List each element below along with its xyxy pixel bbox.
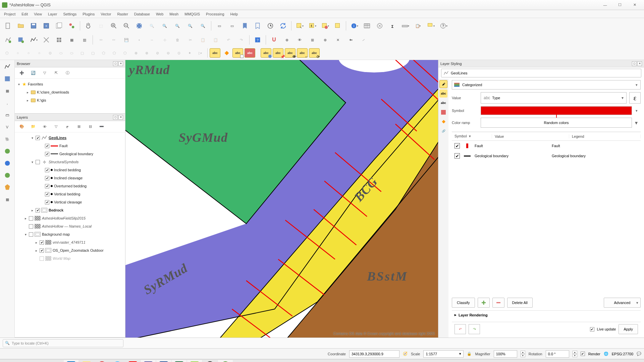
labels-tab[interactable]: abc <box>439 89 447 98</box>
layer-ver-bed[interactable]: ✔ Vertical bedding <box>15 190 124 198</box>
self-snap-icon[interactable]: ✕ <box>332 34 344 46</box>
styling-layer-select[interactable]: GeolLines <box>441 69 641 77</box>
measure-icon[interactable] <box>399 20 411 32</box>
layer-ashes-names[interactable]: AshesHollow — Names_Local <box>15 222 124 230</box>
node-tool-icon[interactable]: ⊹ <box>159 34 171 46</box>
dig-16[interactable]: ⊖ <box>163 48 173 58</box>
coord-field[interactable]: 343139.3,293000.9 <box>349 350 399 358</box>
label-diagram-icon[interactable]: 🔶 <box>222 48 232 58</box>
menu-raster[interactable]: Raster <box>114 11 130 17</box>
browser-refresh-icon[interactable]: 🔄 <box>28 68 38 78</box>
scale-field[interactable]: 1:1577▾ <box>423 350 464 358</box>
save-as-icon[interactable]: + <box>40 20 52 32</box>
dig-6[interactable]: ⬭ <box>56 48 66 58</box>
map-canvas[interactable]: yRMud SyGMud BCG BSstM SyRMud Contains O… <box>125 60 438 338</box>
value-field-select[interactable]: abc Type <box>481 92 627 104</box>
layer-expand-icon[interactable]: ⊞ <box>74 122 84 132</box>
menu-layer[interactable]: Layer <box>45 11 60 17</box>
messages-icon[interactable]: 💬 <box>637 352 641 356</box>
styling-close-button[interactable]: ✕ <box>637 61 642 66</box>
virtual-layer-icon[interactable]: V <box>2 122 13 132</box>
cut-icon[interactable]: ✂ <box>184 34 196 46</box>
copy-icon[interactable]: 📋 <box>197 34 209 46</box>
live-update-check[interactable]: ✔ <box>590 327 594 331</box>
menu-vector[interactable]: Vector <box>98 11 114 17</box>
browser-item-2[interactable]: ▸ K:\gis <box>15 96 124 104</box>
label-btn-7[interactable]: abc↔ <box>297 48 308 58</box>
edge-button[interactable] <box>110 360 125 362</box>
new-mesh-icon[interactable]: ▦ <box>66 34 78 46</box>
qgis-button[interactable] <box>218 360 233 362</box>
browser-filter-icon[interactable]: ▽ <box>40 68 50 78</box>
label-btn-2[interactable]: abc <box>232 48 243 58</box>
expression-button[interactable]: ε <box>629 92 641 104</box>
maximize-button[interactable]: ☐ <box>612 0 627 10</box>
layer-visibility-icon[interactable]: 👁 <box>40 122 50 132</box>
opera-button[interactable] <box>95 360 109 362</box>
symbology-tab[interactable]: 🖌 <box>439 80 447 88</box>
menu-settings[interactable]: Settings <box>60 11 79 17</box>
browser-tree[interactable]: ▾★ Favorites ▸ K:\clare_downloads ▸ K:\g… <box>15 79 125 113</box>
style-manager-icon[interactable] <box>66 20 78 32</box>
style-undo-button[interactable]: ↶ <box>454 324 466 334</box>
menu-mmqgis[interactable]: MMQGIS <box>182 11 203 17</box>
dig-2[interactable]: ○ <box>13 48 23 58</box>
col-value[interactable]: Value <box>492 134 569 138</box>
layer-ver-cle[interactable]: ✔ Vertical cleavage <box>15 198 124 206</box>
new-gpkg-icon[interactable] <box>40 34 52 46</box>
layer-bedrock[interactable]: ▸✔ Bedrock <box>15 206 124 214</box>
zoom-selection-icon[interactable]: 🔍 <box>146 20 158 32</box>
undo-icon[interactable]: ↶ <box>222 34 234 46</box>
layer-rendering-toggle[interactable]: ▸Layer Rendering <box>452 310 641 319</box>
selection-tool-icon[interactable] <box>293 20 306 32</box>
teams-button[interactable] <box>141 360 156 362</box>
layer-ovr-bed[interactable]: ✔ Overturned bedding <box>15 182 124 190</box>
new-vrt-icon[interactable]: ▥ <box>78 34 91 46</box>
label-btn-6[interactable]: abc👁 <box>285 48 296 58</box>
diagram-tab[interactable]: 🔶 <box>439 118 447 126</box>
pan-selection-icon[interactable]: ⬚ <box>95 20 107 32</box>
dig-8[interactable]: ▢ <box>77 48 87 58</box>
delete-all-button[interactable]: Delete All <box>507 298 533 308</box>
spatialite-icon[interactable]: 🗃 <box>2 110 13 120</box>
notepadpp-button[interactable] <box>187 360 202 362</box>
db-manager-icon[interactable]: ▦ <box>2 194 13 205</box>
magnifier-field[interactable]: 100% <box>494 350 517 358</box>
sticky-notes-button[interactable] <box>79 360 94 362</box>
zoom-in-icon[interactable] <box>108 20 120 32</box>
delimited-icon[interactable]: , <box>2 98 13 108</box>
paste-icon[interactable]: 📋 <box>210 34 222 46</box>
3d-tab[interactable] <box>439 108 447 116</box>
mesh-layer-icon[interactable]: ▦ <box>2 85 13 96</box>
layer-fault[interactable]: ✔ Fault <box>15 142 124 150</box>
label-btn-3[interactable]: abc <box>245 48 255 58</box>
col-symbol[interactable]: Symbol <box>452 134 492 138</box>
start-button[interactable] <box>2 360 17 362</box>
dig-13[interactable]: ⊕ <box>131 48 141 58</box>
dig-17[interactable]: ⊙ <box>174 48 184 58</box>
layers-float-button[interactable]: ◻ <box>113 115 118 120</box>
redo-icon[interactable]: ↷ <box>235 34 247 46</box>
edit-pencil-icon[interactable]: ✏ <box>95 34 107 46</box>
layer-remove-icon[interactable]: ➖ <box>97 122 107 132</box>
layer-style-icon[interactable]: 🎨 <box>17 122 27 132</box>
browser-item-1[interactable]: ▸ K:\clare_downloads <box>15 88 124 96</box>
vector-layer-icon[interactable] <box>2 61 13 72</box>
snap-intersect-icon[interactable]: ⊞ <box>306 34 318 46</box>
refresh-icon[interactable] <box>277 20 289 32</box>
select-all-icon[interactable] <box>332 20 344 32</box>
layer-vml[interactable]: ▸✔ vml-raster_4749711 <box>15 238 124 246</box>
wfs-icon[interactable] <box>2 170 13 181</box>
add-layer-icon[interactable]: ➕ <box>17 68 27 78</box>
dig-10[interactable]: ⬠ <box>99 48 109 58</box>
menu-processing[interactable]: Processing <box>203 11 227 17</box>
dig-12[interactable]: ⬠ <box>120 48 130 58</box>
zoom-native-icon[interactable]: 🔍 <box>171 20 183 32</box>
move-feature-icon[interactable]: ↔ <box>146 34 158 46</box>
rotation-spinner[interactable]: ▴▾ <box>573 351 577 357</box>
annotation-icon[interactable] <box>425 20 437 32</box>
browser-collapse-icon[interactable]: ⇱ <box>51 68 61 78</box>
open-project-icon[interactable] <box>15 20 27 32</box>
minimize-button[interactable]: — <box>598 0 612 10</box>
menu-help[interactable]: Help <box>228 11 241 17</box>
